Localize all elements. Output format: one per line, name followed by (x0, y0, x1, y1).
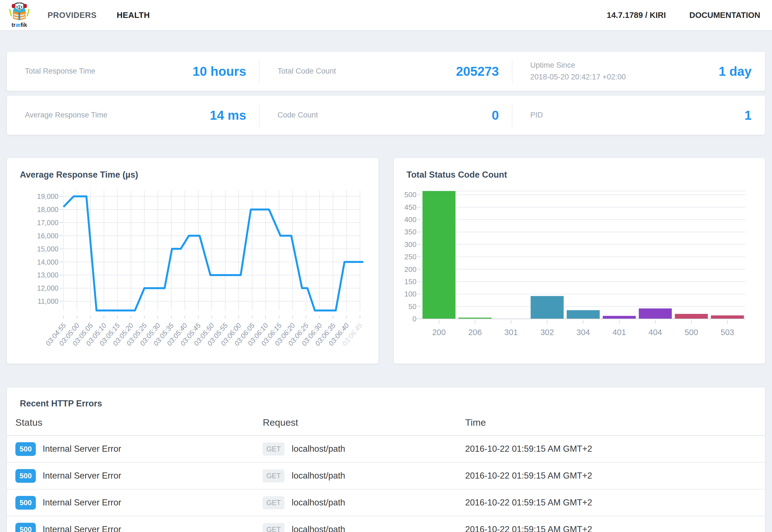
averages-stat-card: Average Response Time 14 ms Code Count 0… (7, 96, 765, 135)
svg-text:11,000: 11,000 (37, 297, 58, 305)
svg-text:200: 200 (404, 265, 416, 274)
error-time: 2016-10-22 01:59:15 AM GMT+2 (465, 444, 765, 454)
stat-value: 10 hours (193, 64, 246, 79)
svg-text:15,000: 15,000 (37, 245, 58, 253)
status-text: Internal Server Error (43, 471, 121, 481)
request-cell: GET localhost/path (263, 469, 465, 482)
svg-text:400: 400 (404, 215, 416, 224)
svg-text:503: 503 (721, 328, 734, 337)
traefik-gopher-icon (9, 3, 30, 22)
stat-label: Uptime Since 2018-05-20 20:42:17 +02:00 (530, 60, 626, 83)
stat-value: 205273 (456, 64, 499, 79)
svg-text:301: 301 (504, 328, 518, 337)
request-cell: GET localhost/path (263, 442, 465, 456)
average-response-time-stat: Average Response Time 14 ms (7, 96, 260, 135)
uptime-stat: Uptime Since 2018-05-20 20:42:17 +02:00 … (512, 52, 765, 91)
error-rows: 500 Internal Server Error GET localhost/… (7, 436, 765, 532)
svg-text:100: 100 (404, 290, 416, 298)
uptime-since-date: 2018-05-20 20:42:17 +02:00 (530, 71, 626, 83)
total-code-count-stat: Total Code Count 205273 (260, 52, 512, 91)
version-label: 14.7.1789 / KIRI (607, 11, 666, 20)
request-path: localhost/path (292, 444, 345, 454)
recent-http-errors-card: Recent HTTP Errors Status Request Time 5… (7, 387, 765, 532)
svg-text:16,000: 16,000 (37, 232, 58, 240)
svg-text:0: 0 (412, 315, 416, 323)
status-cell: 500 Internal Server Error (15, 442, 263, 456)
status-code-chart: 0501001502002503003504004505002002063013… (397, 183, 758, 359)
error-time: 2016-10-22 01:59:15 AM GMT+2 (465, 524, 765, 532)
status-cell: 500 Internal Server Error (15, 496, 263, 510)
stat-value: 1 (744, 108, 752, 123)
svg-text:17,000: 17,000 (37, 219, 58, 227)
error-time: 2016-10-22 01:59:15 AM GMT+2 (465, 471, 765, 481)
status-cell: 500 Internal Server Error (15, 469, 263, 483)
stat-value: 1 day (719, 64, 752, 79)
stat-value: 0 (492, 108, 499, 123)
avg-response-chart: 11,00012,00013,00014,00015,00016,00017,0… (10, 183, 371, 359)
svg-text:13,000: 13,000 (37, 271, 58, 279)
svg-text:401: 401 (612, 328, 626, 337)
error-table-row: 500 Internal Server Error GET localhost/… (7, 463, 765, 489)
request-cell: GET localhost/path (263, 496, 465, 509)
status-code-badge: 500 (15, 469, 36, 483)
nav-item-providers[interactable]: PROVIDERS (48, 11, 97, 20)
svg-text:12,000: 12,000 (37, 284, 58, 292)
nav-item-documentation[interactable]: DOCUMENTATION (689, 11, 760, 20)
traefik-logo[interactable]: træfik (7, 3, 31, 28)
svg-text:500: 500 (404, 190, 416, 199)
uptime-since-label: Uptime Since (530, 60, 626, 71)
svg-text:18,000: 18,000 (37, 206, 58, 213)
svg-text:500: 500 (684, 328, 698, 337)
svg-text:302: 302 (540, 328, 554, 337)
method-chip: GET (263, 496, 284, 509)
svg-text:200: 200 (432, 328, 446, 337)
svg-text:450: 450 (404, 203, 416, 211)
stat-label: PID (530, 109, 543, 121)
stat-label: Total Code Count (277, 65, 336, 77)
request-path: localhost/path (292, 498, 345, 508)
status-cell: 500 Internal Server Error (15, 523, 263, 532)
error-table-row: 500 Internal Server Error GET localhost/… (7, 516, 765, 532)
method-chip: GET (263, 523, 284, 532)
request-cell: GET localhost/path (263, 523, 465, 532)
svg-text:206: 206 (468, 328, 482, 337)
status-text: Internal Server Error (43, 498, 121, 508)
method-chip: GET (263, 442, 284, 456)
method-chip: GET (263, 469, 284, 482)
stat-label: Average Response Time (25, 109, 107, 121)
svg-text:150: 150 (404, 277, 416, 286)
svg-text:304: 304 (576, 328, 590, 337)
traefik-wordmark: træfik (11, 22, 27, 28)
avg-response-time-chart-card: Average Response Time (µs) 11,00012,0001… (7, 158, 378, 364)
stat-label: Total Response Time (25, 65, 95, 77)
code-count-stat: Code Count 0 (260, 96, 512, 135)
svg-text:404: 404 (648, 328, 662, 337)
status-text: Internal Server Error (43, 444, 121, 454)
errors-table-title: Recent HTTP Errors (7, 387, 765, 409)
line-chart-title: Average Response Time (µs) (7, 158, 378, 180)
status-code-badge: 500 (15, 523, 36, 532)
svg-text:14,000: 14,000 (37, 258, 58, 266)
total-response-time-stat: Total Response Time 10 hours (7, 52, 260, 91)
error-table-row: 500 Internal Server Error GET localhost/… (7, 489, 765, 516)
status-code-badge: 500 (15, 442, 36, 456)
request-path: localhost/path (292, 524, 345, 532)
status-code-chart-card: Total Status Code Count 0501001502002503… (394, 158, 765, 364)
top-nav: træfik PROVIDERS HEALTH 14.7.1789 / KIRI… (0, 0, 772, 31)
stat-value: 14 ms (210, 108, 246, 123)
svg-text:19,000: 19,000 (37, 192, 58, 200)
stat-label: Code Count (277, 109, 318, 121)
status-code-badge: 500 (15, 496, 36, 510)
svg-text:350: 350 (404, 228, 416, 236)
status-text: Internal Server Error (43, 524, 121, 532)
svg-text:300: 300 (404, 240, 416, 249)
column-header-request: Request (263, 417, 465, 428)
totals-stat-card: Total Response Time 10 hours Total Code … (7, 52, 765, 91)
error-time: 2016-10-22 01:59:15 AM GMT+2 (465, 498, 765, 508)
nav-item-health[interactable]: HEALTH (117, 11, 150, 20)
svg-text:250: 250 (404, 253, 416, 261)
bar-chart-title: Total Status Code Count (394, 158, 765, 180)
pid-stat: PID 1 (512, 96, 765, 135)
error-table-row: 500 Internal Server Error GET localhost/… (7, 436, 765, 463)
column-header-status: Status (15, 417, 263, 428)
